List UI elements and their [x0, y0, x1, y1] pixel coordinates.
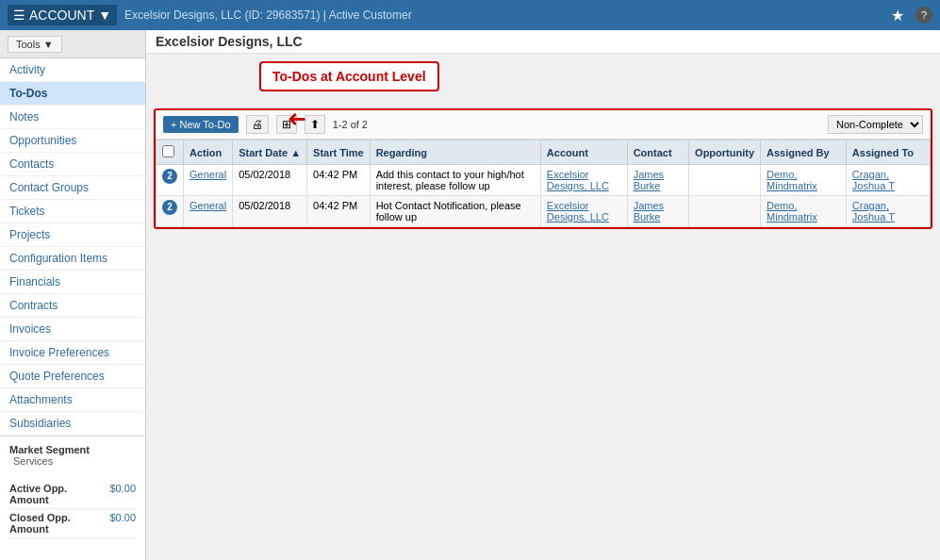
row-badge-2: 2	[162, 200, 177, 215]
sidebar-item-configuration-items[interactable]: Configuration Items	[0, 247, 145, 271]
sidebar-item-contacts[interactable]: Contacts	[0, 153, 145, 176]
active-opp-value: $0.00	[109, 483, 136, 505]
menu-button[interactable]: ☰ ACCOUNT ▼	[8, 5, 117, 25]
assigned-to-link-2[interactable]: Cragan, Joshua T	[852, 200, 895, 222]
sidebar-item-activity[interactable]: Activity	[0, 58, 145, 82]
sidebar-item-notes[interactable]: Notes	[0, 106, 145, 129]
active-opp-label: Active Opp.Amount	[9, 483, 67, 505]
cell-account-2: Excelsior Designs, LLC	[540, 196, 627, 227]
col-check	[157, 140, 184, 165]
cell-time-2: 04:42 PM	[307, 196, 371, 227]
cell-action-2: General	[184, 196, 233, 227]
closed-opp-label: Closed Opp.Amount	[9, 512, 71, 535]
assigned-by-link-2[interactable]: Demo, Mindmatrix	[767, 200, 817, 222]
sidebar-item-invoice-preferences[interactable]: Invoice Preferences	[0, 341, 145, 365]
sidebar-nav: Activity To-Dos Notes Opportunities Cont…	[0, 58, 145, 436]
account-info: Excelsior Designs, LLC (ID: 29683571) | …	[124, 8, 883, 22]
table-row: 2 General 05/02/2018 04:42 PM Add this c…	[157, 165, 931, 196]
tools-dropdown-icon: ▼	[43, 39, 54, 50]
main-layout: Tools ▼ Activity To-Dos Notes Opportunit…	[0, 30, 940, 560]
sidebar-item-contact-groups[interactable]: Contact Groups	[0, 176, 145, 200]
todo-table: Action Start Date ▲ Start Time Regarding…	[156, 140, 931, 227]
todo-table-body: 2 General 05/02/2018 04:42 PM Add this c…	[157, 165, 931, 227]
sidebar-arrow: ➜	[288, 106, 306, 132]
callout-text: To-Dos at Account Level	[272, 69, 426, 84]
cell-date-2: 05/02/2018	[233, 196, 307, 227]
col-regarding[interactable]: Regarding	[370, 140, 540, 165]
account-link-1[interactable]: Excelsior Designs, LLC	[547, 169, 609, 191]
action-link-2[interactable]: General	[190, 200, 226, 211]
sidebar-item-quote-preferences[interactable]: Quote Preferences	[0, 365, 145, 388]
table-header-row: Action Start Date ▲ Start Time Regarding…	[157, 140, 931, 165]
cell-regarding-1: Add this contact to your high/hot intere…	[370, 165, 540, 196]
market-segment-row: Market Segment Services	[9, 444, 136, 467]
app-header: ☰ ACCOUNT ▼ Excelsior Designs, LLC (ID: …	[0, 0, 940, 30]
cell-contact-1: James Burke	[627, 165, 688, 196]
col-action[interactable]: Action	[184, 140, 233, 165]
sidebar: Tools ▼ Activity To-Dos Notes Opportunit…	[0, 30, 146, 560]
col-assigned-by[interactable]: Assigned By	[761, 140, 847, 165]
todo-table-container: + New To-Do 🖨 ⊞ ⬆ 1-2 of 2 Non-Complete …	[154, 108, 932, 229]
assigned-to-link-1[interactable]: Cragan, Joshua T	[852, 169, 895, 191]
closed-opp-value: $0.00	[109, 512, 136, 535]
contact-link-2[interactable]: James Burke	[634, 200, 664, 222]
select-all-checkbox[interactable]	[162, 145, 174, 157]
sidebar-item-invoices[interactable]: Invoices	[0, 318, 145, 341]
sidebar-amounts: Active Opp.Amount $0.00 Closed Opp.Amoun…	[0, 474, 145, 544]
header-actions: ★ ?	[891, 7, 932, 25]
callout-box: To-Dos at Account Level	[259, 61, 439, 91]
count-text: 1-2 of 2	[333, 119, 820, 130]
help-icon[interactable]: ?	[915, 7, 932, 24]
sidebar-item-opportunities[interactable]: Opportunities	[0, 129, 145, 153]
cell-action-1: General	[184, 165, 233, 196]
star-icon[interactable]: ★	[891, 7, 904, 25]
col-assigned-to[interactable]: Assigned To	[846, 140, 930, 165]
cell-opportunity-2	[689, 196, 761, 227]
table-toolbar: + New To-Do 🖨 ⊞ ⬆ 1-2 of 2 Non-Complete …	[156, 110, 931, 140]
export-icon: ⬆	[310, 118, 320, 131]
account-name-bar: Excelsior Designs, LLC	[146, 30, 940, 54]
content-area: Excelsior Designs, LLC ➜ To-Dos at Accou…	[146, 30, 940, 560]
contact-link-1[interactable]: James Burke	[634, 169, 664, 191]
account-name: Excelsior Designs, LLC	[156, 34, 303, 49]
col-opportunity[interactable]: Opportunity	[689, 140, 761, 165]
sidebar-item-projects[interactable]: Projects	[0, 223, 145, 247]
hamburger-icon: ☰	[13, 8, 25, 23]
col-account[interactable]: Account	[540, 140, 627, 165]
sidebar-item-contracts[interactable]: Contracts	[0, 294, 145, 318]
cell-regarding-2: Hot Contact Notification, please follow …	[370, 196, 540, 227]
todo-panel: ➜ To-Dos at Account Level + New To-Do 🖨 …	[146, 54, 940, 560]
market-segment-value: Services	[13, 455, 53, 467]
cell-time-1: 04:42 PM	[307, 165, 371, 196]
sub-toolbar: Tools ▼	[0, 30, 145, 58]
cell-assigned-by-2: Demo, Mindmatrix	[761, 196, 847, 227]
new-todo-label: + New To-Do	[171, 119, 231, 130]
sidebar-info: Market Segment Services	[0, 436, 145, 474]
status-filter[interactable]: Non-Complete Complete All	[828, 115, 923, 134]
chevron-icon: ▼	[98, 8, 111, 23]
closed-opp-row: Closed Opp.Amount $0.00	[9, 509, 136, 538]
col-start-date[interactable]: Start Date ▲	[233, 140, 307, 165]
assigned-by-link-1[interactable]: Demo, Mindmatrix	[767, 169, 817, 191]
print-button[interactable]: 🖨	[246, 115, 269, 134]
account-label: ACCOUNT	[29, 8, 94, 23]
sidebar-item-attachments[interactable]: Attachments	[0, 388, 145, 412]
tools-button[interactable]: Tools ▼	[8, 36, 62, 53]
sidebar-item-financials[interactable]: Financials	[0, 271, 145, 294]
col-contact[interactable]: Contact	[627, 140, 688, 165]
action-link-1[interactable]: General	[190, 169, 226, 180]
new-todo-button[interactable]: + New To-Do	[163, 116, 239, 133]
col-start-time[interactable]: Start Time	[307, 140, 371, 165]
tools-label: Tools	[16, 39, 41, 50]
cell-badge-1: 2	[157, 165, 184, 196]
sidebar-item-subsidiaries[interactable]: Subsidiaries	[0, 412, 145, 436]
account-link-2[interactable]: Excelsior Designs, LLC	[547, 200, 609, 222]
sidebar-item-tickets[interactable]: Tickets	[0, 200, 145, 223]
market-segment-label: Market Segment	[9, 444, 90, 455]
active-opp-row: Active Opp.Amount $0.00	[9, 480, 136, 509]
export-button[interactable]: ⬆	[305, 115, 325, 134]
cell-account-1: Excelsior Designs, LLC	[540, 165, 627, 196]
cell-assigned-by-1: Demo, Mindmatrix	[761, 165, 847, 196]
cell-assigned-to-2: Cragan, Joshua T	[846, 196, 930, 227]
sidebar-item-todos[interactable]: To-Dos	[0, 82, 145, 106]
